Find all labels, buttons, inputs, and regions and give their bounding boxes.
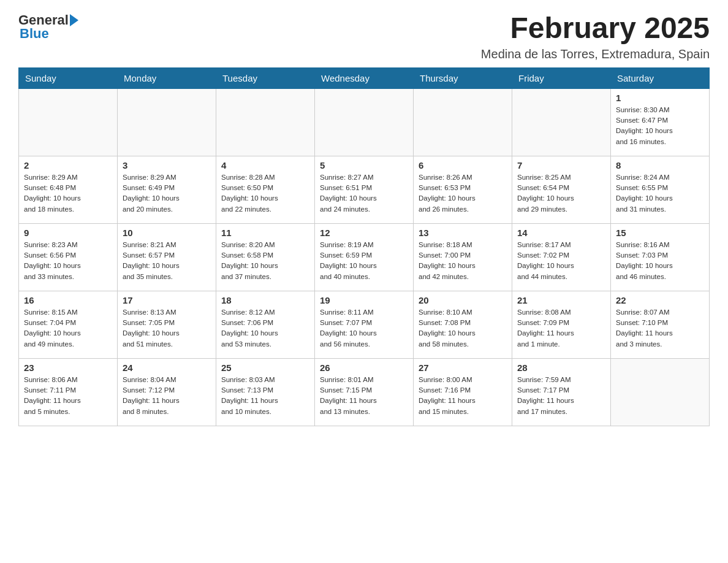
calendar-cell: 7Sunrise: 8:25 AMSunset: 6:54 PMDaylight… — [512, 156, 611, 223]
day-info: Sunrise: 8:29 AMSunset: 6:49 PMDaylight:… — [123, 172, 211, 215]
calendar-cell: 5Sunrise: 8:27 AMSunset: 6:51 PMDaylight… — [315, 156, 414, 223]
day-info: Sunrise: 8:23 AMSunset: 6:56 PMDaylight:… — [24, 240, 112, 282]
day-info: Sunrise: 8:01 AMSunset: 7:15 PMDaylight:… — [320, 375, 408, 417]
day-number: 27 — [419, 362, 507, 373]
day-number: 11 — [221, 228, 309, 238]
day-info: Sunrise: 8:17 AMSunset: 7:02 PMDaylight:… — [517, 240, 605, 282]
day-number: 6 — [419, 160, 507, 170]
day-number: 20 — [419, 295, 507, 305]
calendar-cell — [512, 88, 611, 156]
day-number: 12 — [320, 228, 408, 238]
day-info: Sunrise: 8:27 AMSunset: 6:51 PMDaylight:… — [320, 172, 408, 215]
day-number: 24 — [123, 362, 211, 373]
day-info: Sunrise: 8:06 AMSunset: 7:11 PMDaylight:… — [24, 375, 112, 417]
day-info: Sunrise: 8:25 AMSunset: 6:54 PMDaylight:… — [517, 172, 605, 215]
day-number: 19 — [320, 295, 408, 305]
day-info: Sunrise: 8:07 AMSunset: 7:10 PMDaylight:… — [616, 307, 704, 350]
calendar-cell: 24Sunrise: 8:04 AMSunset: 7:12 PMDayligh… — [118, 358, 216, 426]
day-number: 16 — [24, 295, 112, 305]
day-of-week-thursday: Thursday — [414, 67, 512, 88]
calendar-cell: 12Sunrise: 8:19 AMSunset: 6:59 PMDayligh… — [315, 223, 414, 291]
calendar-cell: 21Sunrise: 8:08 AMSunset: 7:09 PMDayligh… — [512, 291, 611, 358]
logo-blue-text: Blue — [18, 26, 49, 42]
calendar-cell: 22Sunrise: 8:07 AMSunset: 7:10 PMDayligh… — [611, 291, 710, 358]
day-number: 25 — [221, 362, 309, 373]
day-number: 2 — [24, 160, 112, 170]
calendar-cell: 3Sunrise: 8:29 AMSunset: 6:49 PMDaylight… — [118, 156, 216, 223]
day-of-week-monday: Monday — [118, 67, 216, 88]
day-info: Sunrise: 8:12 AMSunset: 7:06 PMDaylight:… — [221, 307, 309, 350]
calendar-cell — [611, 358, 710, 426]
calendar-week-3: 9Sunrise: 8:23 AMSunset: 6:56 PMDaylight… — [19, 223, 710, 291]
calendar-cell: 11Sunrise: 8:20 AMSunset: 6:58 PMDayligh… — [216, 223, 315, 291]
calendar-cell — [118, 88, 216, 156]
calendar-cell — [414, 88, 512, 156]
calendar-cell: 14Sunrise: 8:17 AMSunset: 7:02 PMDayligh… — [512, 223, 611, 291]
calendar-cell: 2Sunrise: 8:29 AMSunset: 6:48 PMDaylight… — [19, 156, 118, 223]
day-number: 4 — [221, 160, 309, 170]
logo-arrow-icon — [70, 14, 78, 26]
calendar-week-5: 23Sunrise: 8:06 AMSunset: 7:11 PMDayligh… — [19, 358, 710, 426]
day-number: 18 — [221, 295, 309, 305]
day-info: Sunrise: 8:20 AMSunset: 6:58 PMDaylight:… — [221, 240, 309, 282]
day-number: 7 — [517, 160, 605, 170]
day-info: Sunrise: 8:08 AMSunset: 7:09 PMDaylight:… — [517, 307, 605, 350]
day-info: Sunrise: 8:28 AMSunset: 6:50 PMDaylight:… — [221, 172, 309, 215]
calendar-cell — [19, 88, 118, 156]
day-info: Sunrise: 8:16 AMSunset: 7:03 PMDaylight:… — [616, 240, 704, 282]
day-info: Sunrise: 8:19 AMSunset: 6:59 PMDaylight:… — [320, 240, 408, 282]
day-number: 21 — [517, 295, 605, 305]
day-of-week-sunday: Sunday — [19, 67, 118, 88]
calendar-cell: 17Sunrise: 8:13 AMSunset: 7:05 PMDayligh… — [118, 291, 216, 358]
page-title: February 2025 — [481, 12, 710, 45]
calendar-cell: 15Sunrise: 8:16 AMSunset: 7:03 PMDayligh… — [611, 223, 710, 291]
day-number: 26 — [320, 362, 408, 373]
calendar-cell: 6Sunrise: 8:26 AMSunset: 6:53 PMDaylight… — [414, 156, 512, 223]
day-info: Sunrise: 7:59 AMSunset: 7:17 PMDaylight:… — [517, 375, 605, 417]
day-number: 9 — [24, 228, 112, 238]
calendar-cell: 19Sunrise: 8:11 AMSunset: 7:07 PMDayligh… — [315, 291, 414, 358]
calendar-cell: 28Sunrise: 7:59 AMSunset: 7:17 PMDayligh… — [512, 358, 611, 426]
calendar-cell: 9Sunrise: 8:23 AMSunset: 6:56 PMDaylight… — [19, 223, 118, 291]
day-info: Sunrise: 8:00 AMSunset: 7:16 PMDaylight:… — [419, 375, 507, 417]
calendar-cell: 18Sunrise: 8:12 AMSunset: 7:06 PMDayligh… — [216, 291, 315, 358]
calendar-header: SundayMondayTuesdayWednesdayThursdayFrid… — [19, 67, 710, 88]
day-info: Sunrise: 8:29 AMSunset: 6:48 PMDaylight:… — [24, 172, 112, 215]
day-number: 5 — [320, 160, 408, 170]
calendar-week-1: 1Sunrise: 8:30 AMSunset: 6:47 PMDaylight… — [19, 88, 710, 156]
calendar-week-4: 16Sunrise: 8:15 AMSunset: 7:04 PMDayligh… — [19, 291, 710, 358]
day-number: 13 — [419, 228, 507, 238]
day-number: 22 — [616, 295, 704, 305]
day-info: Sunrise: 8:24 AMSunset: 6:55 PMDaylight:… — [616, 172, 704, 215]
day-number: 14 — [517, 228, 605, 238]
logo: General Blue — [18, 12, 78, 42]
day-info: Sunrise: 8:10 AMSunset: 7:08 PMDaylight:… — [419, 307, 507, 350]
calendar-cell: 20Sunrise: 8:10 AMSunset: 7:08 PMDayligh… — [414, 291, 512, 358]
day-of-week-friday: Friday — [512, 67, 611, 88]
calendar-cell: 1Sunrise: 8:30 AMSunset: 6:47 PMDaylight… — [611, 88, 710, 156]
day-info: Sunrise: 8:26 AMSunset: 6:53 PMDaylight:… — [419, 172, 507, 215]
day-number: 15 — [616, 228, 704, 238]
day-info: Sunrise: 8:11 AMSunset: 7:07 PMDaylight:… — [320, 307, 408, 350]
day-number: 1 — [616, 93, 704, 103]
title-block: February 2025 Medina de las Torres, Extr… — [481, 12, 710, 61]
calendar-cell — [216, 88, 315, 156]
day-number: 17 — [123, 295, 211, 305]
day-number: 10 — [123, 228, 211, 238]
calendar-cell: 25Sunrise: 8:03 AMSunset: 7:13 PMDayligh… — [216, 358, 315, 426]
day-of-week-wednesday: Wednesday — [315, 67, 414, 88]
page-subtitle: Medina de las Torres, Extremadura, Spain — [481, 47, 710, 61]
day-info: Sunrise: 8:03 AMSunset: 7:13 PMDaylight:… — [221, 375, 309, 417]
calendar-week-2: 2Sunrise: 8:29 AMSunset: 6:48 PMDaylight… — [19, 156, 710, 223]
calendar-body: 1Sunrise: 8:30 AMSunset: 6:47 PMDaylight… — [19, 88, 710, 426]
day-info: Sunrise: 8:04 AMSunset: 7:12 PMDaylight:… — [123, 375, 211, 417]
calendar-table: SundayMondayTuesdayWednesdayThursdayFrid… — [18, 67, 710, 426]
page-header: General Blue February 2025 Medina de las… — [18, 12, 710, 61]
calendar-cell: 13Sunrise: 8:18 AMSunset: 7:00 PMDayligh… — [414, 223, 512, 291]
day-of-week-saturday: Saturday — [611, 67, 710, 88]
calendar-cell: 26Sunrise: 8:01 AMSunset: 7:15 PMDayligh… — [315, 358, 414, 426]
calendar-cell: 16Sunrise: 8:15 AMSunset: 7:04 PMDayligh… — [19, 291, 118, 358]
day-info: Sunrise: 8:15 AMSunset: 7:04 PMDaylight:… — [24, 307, 112, 350]
day-number: 28 — [517, 362, 605, 373]
day-info: Sunrise: 8:30 AMSunset: 6:47 PMDaylight:… — [616, 105, 704, 147]
